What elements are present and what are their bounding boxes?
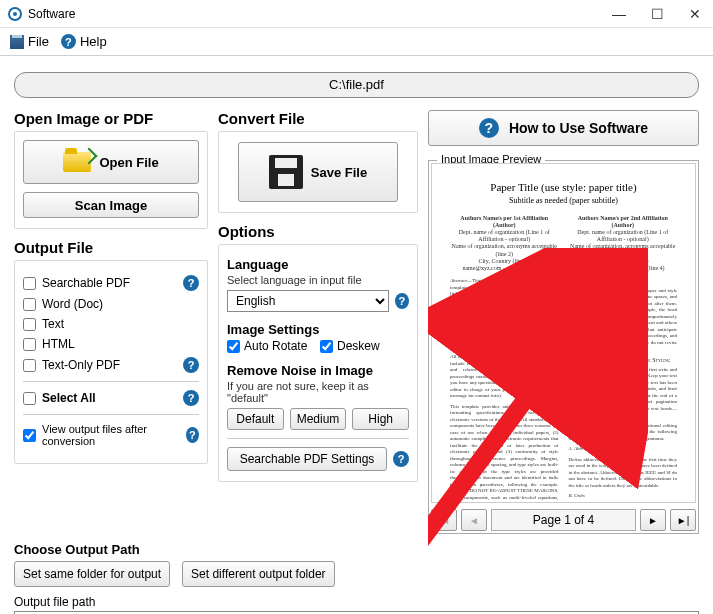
author-block-1: Authors Name/s per 1st Affiliation (Auth… bbox=[450, 215, 559, 273]
checkbox-html[interactable] bbox=[23, 338, 36, 351]
open-section-title: Open Image or PDF bbox=[14, 110, 208, 127]
label-searchable-pdf: Searchable PDF bbox=[42, 276, 130, 290]
scan-image-label: Scan Image bbox=[75, 198, 147, 213]
searchable-pdf-settings-button[interactable]: Searchable PDF Settings bbox=[227, 447, 387, 471]
doc-title: Paper Title (use style: paper title) bbox=[490, 181, 636, 193]
noise-default-button[interactable]: Default bbox=[227, 408, 284, 430]
checkbox-deskew[interactable] bbox=[320, 340, 333, 353]
label-select-all: Select All bbox=[42, 391, 96, 405]
help-icon[interactable]: ? bbox=[186, 427, 199, 443]
help-icon[interactable]: ? bbox=[393, 451, 409, 467]
author-block-2: Authors Name/s per 2nd Affiliation (Auth… bbox=[569, 215, 678, 273]
window-title: Software bbox=[28, 7, 609, 21]
label-html: HTML bbox=[42, 337, 75, 351]
choose-output-path-label: Choose Output Path bbox=[14, 542, 699, 557]
checkbox-word[interactable] bbox=[23, 298, 36, 311]
separator bbox=[227, 438, 409, 439]
language-label: Language bbox=[227, 257, 409, 272]
close-button[interactable]: ✕ bbox=[685, 6, 705, 22]
save-file-button[interactable]: Save File bbox=[238, 142, 398, 202]
menu-help[interactable]: ? Help bbox=[61, 34, 107, 49]
maximize-button[interactable]: ☐ bbox=[647, 6, 667, 22]
checkbox-text-only-pdf[interactable] bbox=[23, 359, 36, 372]
label-view-output: View output files after conversion bbox=[42, 423, 174, 447]
save-icon bbox=[10, 35, 24, 49]
pager-status: Page 1 of 4 bbox=[491, 509, 636, 531]
image-settings-label: Image Settings bbox=[227, 322, 409, 337]
doc-subtitle: Subtitle as needed (paper subtitle) bbox=[509, 196, 618, 205]
label-auto-rotate: Auto Rotate bbox=[244, 339, 307, 353]
preview-page: Paper Title (use style: paper title) Sub… bbox=[431, 163, 696, 503]
noise-hint: If you are not sure, keep it as "default… bbox=[227, 380, 409, 404]
open-file-label: Open File bbox=[99, 155, 158, 170]
floppy-disk-icon bbox=[269, 155, 303, 189]
menu-help-label: Help bbox=[80, 34, 107, 49]
save-file-label: Save File bbox=[311, 165, 367, 180]
open-file-button[interactable]: Open File bbox=[23, 140, 199, 184]
output-section-title: Output File bbox=[14, 239, 208, 256]
noise-high-button[interactable]: High bbox=[352, 408, 409, 430]
checkbox-select-all[interactable] bbox=[23, 392, 36, 405]
pager-last-button[interactable]: ►| bbox=[670, 509, 696, 531]
preview-panel: Input Image Preview Paper Title (use sty… bbox=[428, 160, 699, 534]
label-text: Text bbox=[42, 317, 64, 331]
pager-next-button[interactable]: ► bbox=[640, 509, 666, 531]
checkbox-view-output[interactable] bbox=[23, 429, 36, 442]
help-icon: ? bbox=[479, 118, 499, 138]
options-section-title: Options bbox=[218, 223, 418, 240]
minimize-button[interactable]: — bbox=[609, 6, 629, 22]
label-deskew: Deskew bbox=[337, 339, 380, 353]
title-bar: Software — ☐ ✕ bbox=[0, 0, 713, 28]
menu-file[interactable]: File bbox=[10, 34, 49, 49]
checkbox-text[interactable] bbox=[23, 318, 36, 331]
separator bbox=[23, 381, 199, 382]
separator bbox=[23, 414, 199, 415]
label-text-only-pdf: Text-Only PDF bbox=[42, 358, 120, 372]
input-path-field[interactable]: C:\file.pdf bbox=[14, 72, 699, 98]
help-icon[interactable]: ? bbox=[183, 390, 199, 406]
menu-file-label: File bbox=[28, 34, 49, 49]
help-icon[interactable]: ? bbox=[183, 357, 199, 373]
label-word: Word (Doc) bbox=[42, 297, 103, 311]
noise-medium-button[interactable]: Medium bbox=[290, 408, 347, 430]
menu-bar: File ? Help bbox=[0, 28, 713, 56]
different-folder-button[interactable]: Set different output folder bbox=[182, 561, 335, 587]
help-icon: ? bbox=[61, 34, 76, 49]
how-to-use-button[interactable]: ? How to Use Software bbox=[428, 110, 699, 146]
scan-image-button[interactable]: Scan Image bbox=[23, 192, 199, 218]
noise-label: Remove Noise in Image bbox=[227, 363, 409, 378]
checkbox-searchable-pdf[interactable] bbox=[23, 277, 36, 290]
language-hint: Select language in input file bbox=[227, 274, 409, 286]
pager-prev-button[interactable]: ◄ bbox=[461, 509, 487, 531]
help-icon[interactable]: ? bbox=[395, 293, 409, 309]
same-folder-button[interactable]: Set same folder for output bbox=[14, 561, 170, 587]
help-icon[interactable]: ? bbox=[183, 275, 199, 291]
output-path-label: Output file path bbox=[14, 595, 699, 609]
how-to-use-label: How to Use Software bbox=[509, 120, 648, 136]
pager-first-button[interactable]: |◄ bbox=[431, 509, 457, 531]
checkbox-auto-rotate[interactable] bbox=[227, 340, 240, 353]
app-icon bbox=[8, 7, 22, 21]
language-select[interactable]: English bbox=[227, 290, 389, 312]
folder-open-icon bbox=[63, 152, 91, 172]
convert-section-title: Convert File bbox=[218, 110, 418, 127]
